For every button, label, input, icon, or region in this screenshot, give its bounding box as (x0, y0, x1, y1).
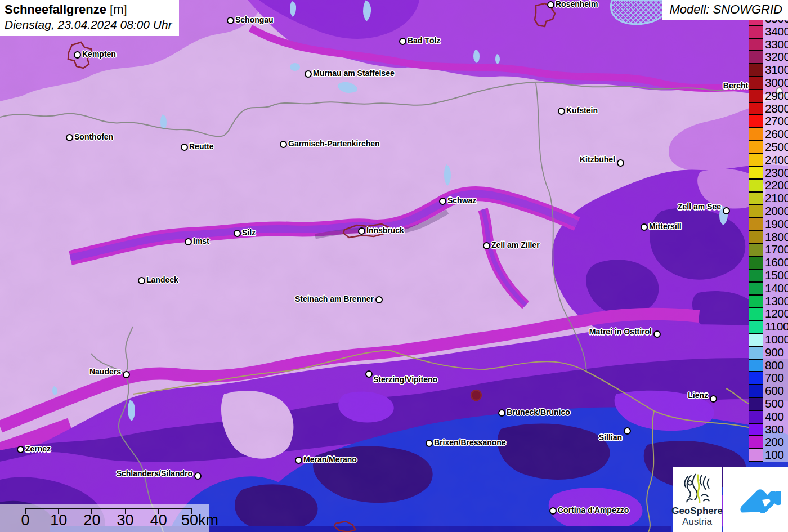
legend-row: 2700 (749, 115, 788, 128)
legend-value-label: 2400 (763, 154, 788, 167)
legend-row: 200 (749, 436, 788, 449)
legend-row: 700 (749, 372, 788, 385)
legend-value-label: 200 (763, 436, 788, 449)
legend-color-swatch (749, 333, 763, 346)
snowline-map-canvas (0, 0, 788, 532)
legend-color-swatch (749, 282, 763, 295)
legend-value-label: 3000 (763, 77, 788, 90)
legend-value-label: 500 (763, 397, 788, 410)
legend-color-swatch (749, 385, 763, 397)
scalebar-tick-label: 50km (174, 512, 225, 529)
legend-color-swatch (749, 269, 763, 282)
legend-color-swatch (749, 64, 763, 77)
legend-color-swatch (749, 372, 763, 385)
legend-value-label: 2100 (763, 192, 788, 205)
legend-value-label: 100 (763, 449, 788, 462)
title-box: Schneefallgrenze [m] Dienstag, 23.04.202… (0, 0, 179, 36)
legend-value-label: 300 (763, 423, 788, 436)
legend-color-swatch (749, 115, 763, 128)
legend-color-swatch (749, 38, 763, 51)
legend-color-swatch (749, 423, 763, 436)
legend-value-label: 800 (763, 359, 788, 372)
legend-value-label: 2800 (763, 102, 788, 115)
legend-row: 2100 (749, 192, 788, 205)
legend-color-swatch (749, 256, 763, 269)
legend-row: 2400 (749, 154, 788, 167)
legend-color-swatch (749, 90, 763, 102)
legend-value-label: 2700 (763, 115, 788, 128)
scalebar-line (25, 508, 192, 509)
legend-color-swatch (749, 167, 763, 180)
legend-color-swatch (749, 320, 763, 333)
legend-row: 3000 (749, 77, 788, 90)
legend-row: 1800 (749, 231, 788, 244)
legend-color-swatch (749, 25, 763, 38)
legend-row: 2900 (749, 90, 788, 102)
legend-value-label: 1400 (763, 282, 788, 295)
legend-color-swatch (749, 231, 763, 244)
legend-row: 100 (749, 449, 788, 462)
model-label-box: Modell: SNOWGRID (662, 0, 788, 20)
legend-row: 300 (749, 423, 788, 436)
legend-value-label: 3400 (763, 25, 788, 38)
legend-row: 400 (749, 410, 788, 423)
legend-color-swatch (749, 51, 763, 64)
legend-color-swatch (749, 346, 763, 359)
mountain-cloud-logo-icon (731, 475, 781, 525)
partner-logo-box (723, 467, 788, 532)
legend-color-swatch (749, 154, 763, 167)
legend-row: 3100 (749, 64, 788, 77)
title-parameter: Schneefallgrenze (5, 2, 106, 16)
legend-value-label: 2300 (763, 167, 788, 180)
map-datetime: Dienstag, 23.04.2024 08:00 Uhr (5, 18, 172, 32)
legend-color-swatch (749, 410, 763, 423)
legend-row: 1900 (749, 218, 788, 231)
elevation-legend: 3500340033003200310030002900280027002600… (749, 12, 788, 462)
legend-value-label: 1100 (763, 320, 788, 333)
legend-value-label: 3100 (763, 64, 788, 77)
legend-color-swatch (749, 128, 763, 141)
legend-row: 1000 (749, 333, 788, 346)
legend-row: 1700 (749, 243, 788, 256)
legend-value-label: 1800 (763, 231, 788, 244)
legend-row: 500 (749, 397, 788, 410)
legend-row: 800 (749, 359, 788, 372)
legend-value-label: 1000 (763, 333, 788, 346)
legend-row: 3400 (749, 25, 788, 38)
legend-value-label: 2900 (763, 90, 788, 102)
legend-row: 1500 (749, 269, 788, 282)
legend-value-label: 1500 (763, 269, 788, 282)
legend-color-swatch (749, 205, 763, 218)
legend-color-swatch (749, 449, 763, 462)
legend-value-label: 3200 (763, 51, 788, 64)
legend-color-swatch (749, 102, 763, 115)
legend-color-swatch (749, 141, 763, 154)
map-title: Schneefallgrenze [m] (5, 2, 172, 17)
legend-color-swatch (749, 397, 763, 410)
legend-color-swatch (749, 192, 763, 205)
legend-color-swatch (749, 359, 763, 372)
legend-row: 1300 (749, 295, 788, 308)
legend-value-label: 1200 (763, 307, 788, 320)
legend-row: 2800 (749, 102, 788, 115)
legend-color-swatch (749, 243, 763, 256)
legend-row: 1600 (749, 256, 788, 269)
legend-value-label: 1900 (763, 218, 788, 231)
geosphere-contours-icon (680, 472, 715, 506)
geosphere-subtitle: Austria (682, 516, 712, 527)
legend-row: 2600 (749, 128, 788, 141)
scalebar: 01020304050km (0, 504, 209, 532)
legend-row: 900 (749, 346, 788, 359)
legend-row: 2500 (749, 141, 788, 154)
legend-color-swatch (749, 436, 763, 449)
legend-value-label: 400 (763, 410, 788, 423)
legend-value-label: 1300 (763, 295, 788, 308)
legend-value-label: 900 (763, 346, 788, 359)
legend-rows: 3500340033003200310030002900280027002600… (749, 12, 788, 462)
weather-map-page: SchongauRosenheimBad TölzKemptenMurnau a… (0, 0, 788, 532)
legend-row: 3300 (749, 38, 788, 51)
geosphere-title: GeoSphere (671, 506, 723, 516)
legend-value-label: 700 (763, 372, 788, 385)
legend-row: 1100 (749, 320, 788, 333)
legend-value-label: 2200 (763, 179, 788, 192)
